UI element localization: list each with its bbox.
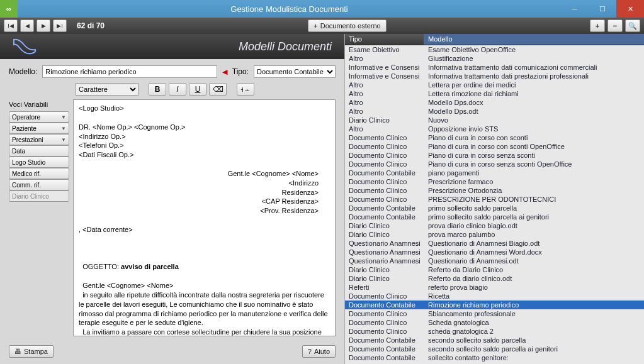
print-button[interactable]: 🖶 Stampa: [9, 345, 54, 358]
split-icon: ⫞⫠: [240, 85, 251, 94]
list-row[interactable]: Questionario AnamnesiQuestionario di Ana…: [345, 248, 644, 256]
list-row[interactable]: Diario Clinicoprova marco palumbo: [345, 230, 644, 239]
variable-diario-clinico: Diario Clinico: [9, 190, 69, 202]
list-row[interactable]: AltroLettera rimozione dai richiami: [345, 89, 644, 98]
font-select[interactable]: Carattere: [76, 83, 138, 96]
list-row[interactable]: Documento ClinicoScheda gnatologica: [345, 318, 644, 327]
prev-record-button[interactable]: ◀: [20, 19, 34, 32]
search-icon: 🔍: [628, 22, 637, 30]
italic-button[interactable]: I: [169, 83, 186, 96]
toolbar: I◀ ◀ ▶ ▶I 62 di 70 + Documento esterno +…: [0, 18, 644, 34]
list-row[interactable]: Esame ObiettivoEsame Obiettivo OpenOffic…: [345, 45, 644, 54]
list-row[interactable]: AltroOpposizione invio STS: [345, 124, 644, 133]
list-row[interactable]: AltroGiustificazione: [345, 54, 644, 63]
list-row[interactable]: Diario ClinicoReferto da Diario Clinico: [345, 265, 644, 274]
variable-operatore[interactable]: Operatore▼: [9, 111, 69, 123]
list-row[interactable]: Diario ClinicoNuovo: [345, 116, 644, 124]
list-row[interactable]: AltroModello Dps.odt: [345, 107, 644, 116]
document-editor[interactable]: <Logo Studio> DR. <Nome Op.> <Cognome Op…: [73, 99, 336, 336]
banner-title: Modelli Documenti: [38, 40, 332, 53]
list-row[interactable]: Documento Contabilepiano pagamenti: [345, 168, 644, 177]
underline-button[interactable]: U: [189, 83, 206, 96]
model-label: Modello:: [9, 67, 37, 76]
variable-paziente[interactable]: Paziente▼: [9, 123, 69, 134]
col-tipo[interactable]: Tipo: [345, 34, 424, 45]
list-row[interactable]: Diario Clinicoprova diario clinico biagi…: [345, 221, 644, 230]
list-row[interactable]: Documento Contabilesecondo sollecito sal…: [345, 345, 644, 353]
list-row[interactable]: Documento ClinicoPiano di cura in corso …: [345, 160, 644, 168]
list-row[interactable]: Documento ClinicoSbiancamento profession…: [345, 309, 644, 318]
editor-address: Gent.le <Cognome> <Nome> <Indirizzo Resi…: [79, 169, 330, 216]
close-button[interactable]: ✕: [616, 0, 644, 18]
list-row[interactable]: Documento Contabilesollecito contatto ge…: [345, 353, 644, 362]
next-record-button[interactable]: ▶: [37, 19, 50, 32]
list-header: Tipo Modello: [345, 34, 644, 45]
list-row[interactable]: Documento Contabilesecondo sollecito sal…: [345, 336, 644, 345]
list-row[interactable]: Informative e ConsensiInformativa tratta…: [345, 63, 644, 72]
chevron-down-icon: ▼: [61, 114, 66, 120]
first-record-button[interactable]: I◀: [4, 19, 18, 32]
bold-button[interactable]: B: [149, 83, 166, 96]
search-button[interactable]: 🔍: [625, 19, 640, 32]
plus-icon: +: [314, 22, 317, 30]
left-panel: Modelli Documenti Modello: ◀ Tipo: Docum…: [0, 34, 344, 364]
list-row[interactable]: Diario ClinicoReferto da diario clinico.…: [345, 274, 644, 283]
help-button[interactable]: ? Aiuto: [302, 345, 336, 358]
list-row[interactable]: Documento ClinicoPRESCRIZIONE PER ODONTO…: [345, 195, 644, 204]
remove-button[interactable]: −: [607, 19, 623, 32]
erase-format-button[interactable]: ⌫: [209, 83, 227, 96]
list-row[interactable]: AltroModello Dps.docx: [345, 98, 644, 107]
list-row[interactable]: Informative e ConsensiInformativa tratta…: [345, 72, 644, 80]
printer-icon: 🖶: [14, 348, 21, 355]
maximize-button[interactable]: ☐: [589, 0, 616, 18]
last-record-button[interactable]: ▶I: [53, 19, 67, 32]
list-row[interactable]: Refertireferto prova biagio: [345, 283, 644, 292]
list-row[interactable]: Documento ClinicoRicetta: [345, 292, 644, 301]
tipo-select[interactable]: Documento Contabile: [254, 65, 336, 78]
list-row[interactable]: Documento ClinicoPiano di cura in corso …: [345, 133, 644, 142]
variable-prestazioni[interactable]: Prestazioni▼: [9, 134, 69, 145]
banner: Modelli Documenti: [0, 34, 344, 59]
list-row[interactable]: Questionario AnamnesiQuestionario di Ana…: [345, 239, 644, 248]
add-button[interactable]: +: [590, 19, 605, 32]
list-row[interactable]: AltroLettera per ordine dei medici: [345, 80, 644, 89]
window-title: Gestione Modulistica Documenti: [18, 4, 561, 14]
tipo-label: Tipo:: [232, 67, 249, 76]
question-icon: ?: [308, 348, 312, 355]
list-row[interactable]: Documento ClinicoPrescrizione Ortodonzia: [345, 186, 644, 195]
list-row[interactable]: Documento ContabileRimozione richiamo pe…: [345, 301, 644, 309]
editor-body: Gent.le <Cognome> <Nome> in seguito alle…: [79, 281, 330, 336]
variables-label: Voci Variabili: [9, 99, 69, 109]
list-row[interactable]: Documento ClinicoPrescrizione farmaco: [345, 177, 644, 186]
editor-subject-line: OGGETTO: avviso di parcella: [79, 262, 330, 272]
list-row[interactable]: Documento ClinicoPiano di cura in corso …: [345, 142, 644, 151]
record-counter: 62 di 70: [77, 21, 105, 30]
minimize-button[interactable]: ─: [561, 0, 589, 18]
format-toolbar: Carattere B I U ⌫ ⫞⫠: [0, 82, 344, 99]
variable-comm-rif-[interactable]: Comm. rif.: [9, 179, 69, 190]
document-list[interactable]: Esame ObiettivoEsame Obiettivo OpenOffic…: [345, 45, 644, 364]
chevron-down-icon: ▼: [61, 137, 66, 143]
chevron-down-icon: ▼: [61, 126, 66, 131]
app-icon: ∞: [0, 0, 18, 18]
col-modello[interactable]: Modello: [424, 34, 644, 45]
editor-date: , <Data corrente>: [79, 225, 330, 234]
external-document-button[interactable]: + Documento esterno: [308, 19, 386, 32]
model-name-input[interactable]: [42, 65, 217, 78]
right-panel: Tipo Modello Esame ObiettivoEsame Obiett…: [344, 34, 644, 364]
split-button[interactable]: ⫞⫠: [237, 83, 254, 96]
required-marker-icon: ◀: [222, 68, 227, 76]
eraser-icon: ⌫: [213, 85, 223, 94]
list-row[interactable]: Documento ClinicoPiano di cura in corso …: [345, 151, 644, 160]
titlebar: ∞ Gestione Modulistica Documenti ─ ☐ ✕: [0, 0, 644, 18]
variables-sidebar: Voci Variabili Operatore▼Paziente▼Presta…: [9, 99, 69, 336]
editor-header: <Logo Studio> DR. <Nome Op.> <Cognome Op…: [79, 104, 330, 160]
list-row[interactable]: Documento Clinicoscheda gnatologica 2: [345, 327, 644, 336]
list-row[interactable]: Documento Contabileprimo sollecito saldo…: [345, 212, 644, 221]
logo-icon: [13, 37, 38, 56]
variable-data[interactable]: Data: [9, 145, 69, 157]
variable-medico-rif-[interactable]: Medico rif.: [9, 168, 69, 179]
list-row[interactable]: Documento Contabileprimo sollecito saldo…: [345, 204, 644, 212]
list-row[interactable]: Questionario AnamnesiQuestionario di Ana…: [345, 256, 644, 265]
variable-logo-studio[interactable]: Logo Studio: [9, 157, 69, 168]
